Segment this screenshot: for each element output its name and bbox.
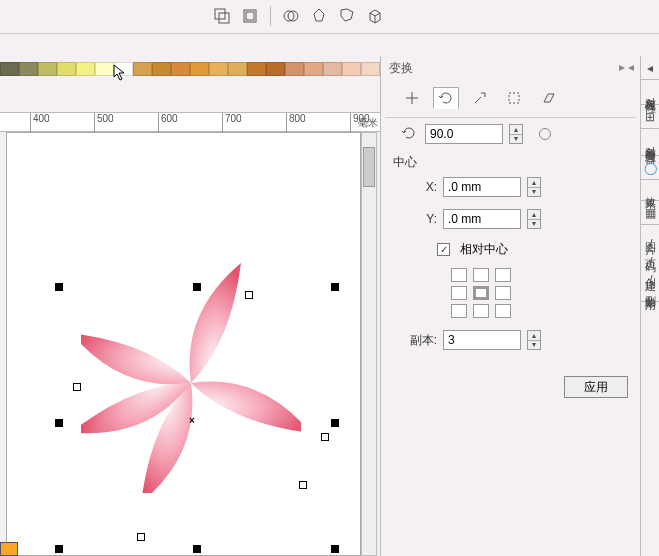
trim-icon[interactable] — [309, 6, 329, 26]
center-y-input[interactable] — [443, 209, 521, 229]
anchor-cell-selected[interactable] — [473, 286, 489, 300]
shape-node[interactable] — [245, 291, 253, 299]
palette-swatch[interactable] — [209, 62, 228, 76]
palette-swatch[interactable] — [152, 62, 171, 76]
ruler-horizontal: 400 500 600 700 800 900 毫米 — [0, 112, 380, 132]
ruler-tick: 800 — [286, 113, 306, 133]
center-marker-icon[interactable]: × — [189, 415, 195, 426]
selection-handle[interactable] — [193, 283, 201, 291]
tab-scale[interactable] — [467, 87, 493, 109]
palette-swatch[interactable] — [342, 62, 361, 76]
relative-checkbox[interactable]: ✓ — [437, 243, 450, 256]
ruler-tick: 500 — [94, 113, 114, 133]
selection-handle[interactable] — [331, 283, 339, 291]
selection-handle[interactable] — [55, 419, 63, 427]
center-label: 中心 — [381, 150, 640, 171]
palette-swatch[interactable] — [323, 62, 342, 76]
color-palette[interactable] — [0, 62, 380, 76]
docker-title: 变换 — [389, 60, 413, 77]
vtab-pages[interactable]: 图片/页码/创建/删除用 — [641, 225, 659, 302]
canvas-page[interactable]: × — [6, 132, 361, 556]
palette-swatch[interactable] — [247, 62, 266, 76]
vtab-manager-icon[interactable]: ⊞ — [641, 105, 659, 129]
palette-swatch[interactable] — [57, 62, 76, 76]
scrollbar-vertical[interactable] — [361, 132, 377, 556]
intersect-icon[interactable] — [337, 6, 357, 26]
anchor-cell[interactable] — [473, 304, 489, 318]
tab-size[interactable] — [501, 87, 527, 109]
vtab-effects-icon[interactable]: ◯ — [641, 156, 659, 180]
apply-button[interactable]: 应用 — [564, 376, 628, 398]
svg-rect-6 — [509, 93, 519, 103]
center-x-input[interactable] — [443, 177, 521, 197]
anchor-cell[interactable] — [473, 268, 489, 282]
copies-spinner[interactable]: ▲▼ — [527, 330, 541, 350]
tab-skew[interactable] — [535, 87, 561, 109]
shape-node[interactable] — [137, 533, 145, 541]
ruler-tick: 600 — [158, 113, 178, 133]
selection-handle[interactable] — [55, 283, 63, 291]
scrollbar-thumb[interactable] — [363, 147, 375, 187]
palette-swatch[interactable] — [304, 62, 323, 76]
palette-swatch[interactable] — [95, 62, 114, 76]
palette-swatch[interactable] — [76, 62, 95, 76]
palette-swatch[interactable] — [171, 62, 190, 76]
ungroup-icon[interactable] — [240, 6, 260, 26]
tab-rotate[interactable] — [433, 87, 459, 109]
anchor-cell[interactable] — [495, 286, 511, 300]
shape-node[interactable] — [321, 433, 329, 441]
copies-input[interactable] — [443, 330, 521, 350]
selection-handle[interactable] — [331, 419, 339, 427]
ruler-tick: 700 — [222, 113, 242, 133]
vtab-object-props[interactable]: 对象属性 — [641, 80, 659, 105]
vtab-expand-icon[interactable]: ◂ — [641, 56, 659, 80]
angle-spinner[interactable]: ▲▼ — [509, 124, 523, 144]
vtab-object-manager[interactable]: 对象管理器 — [641, 129, 659, 156]
transform-docker: 变换 ▸ ◂ ▲▼ 中心 X: ▲▼ Y: ▲▼ ✓ 相对中心 副本: ▲▼ — [380, 56, 640, 556]
relative-label: 相对中心 — [460, 241, 508, 258]
palette-swatch[interactable] — [190, 62, 209, 76]
copies-label: 副本: — [401, 332, 437, 349]
shape-node[interactable] — [73, 383, 81, 391]
anchor-cell[interactable] — [495, 268, 511, 282]
selection-handle[interactable] — [55, 545, 63, 553]
docker-collapse-icon[interactable]: ▸ ◂ — [619, 60, 634, 77]
tab-position[interactable] — [399, 87, 425, 109]
angle-input[interactable] — [425, 124, 503, 144]
ruler-tick: 400 — [30, 113, 50, 133]
x-spinner[interactable]: ▲▼ — [527, 177, 541, 197]
y-label: Y: — [401, 212, 437, 226]
transform-tabs — [385, 83, 636, 118]
palette-swatch[interactable] — [228, 62, 247, 76]
shape-node[interactable] — [299, 481, 307, 489]
vtab-page-icon[interactable]: ▦ — [641, 201, 659, 225]
selection-handle[interactable] — [193, 545, 201, 553]
anchor-grid[interactable] — [451, 268, 640, 318]
direction-radio[interactable] — [539, 128, 551, 140]
palette-swatch[interactable] — [114, 62, 133, 76]
palette-swatch[interactable] — [38, 62, 57, 76]
vtab-effects[interactable]: 效果 — [641, 180, 659, 201]
weld-icon[interactable] — [281, 6, 301, 26]
anchor-cell[interactable] — [451, 304, 467, 318]
selection-handle[interactable] — [331, 545, 339, 553]
palette-swatch[interactable] — [285, 62, 304, 76]
cube-icon[interactable] — [365, 6, 385, 26]
palette-swatch[interactable] — [361, 62, 380, 76]
palette-swatch[interactable] — [0, 62, 19, 76]
anchor-cell[interactable] — [451, 268, 467, 282]
active-fill-swatch[interactable] — [0, 542, 18, 556]
svg-rect-0 — [215, 9, 225, 19]
palette-swatch[interactable] — [266, 62, 285, 76]
anchor-cell[interactable] — [451, 286, 467, 300]
top-toolbar — [0, 0, 659, 34]
palette-swatch[interactable] — [19, 62, 38, 76]
rotate-icon — [401, 125, 419, 144]
ruler-unit: 毫米 — [358, 116, 378, 130]
flower-artwork[interactable] — [81, 253, 301, 496]
palette-swatch[interactable] — [133, 62, 152, 76]
group-icon[interactable] — [212, 6, 232, 26]
anchor-cell[interactable] — [495, 304, 511, 318]
right-docker-tabs: ◂ 对象属性 ⊞ 对象管理器 ◯ 效果 ▦ 图片/页码/创建/删除用 — [640, 56, 659, 556]
y-spinner[interactable]: ▲▼ — [527, 209, 541, 229]
